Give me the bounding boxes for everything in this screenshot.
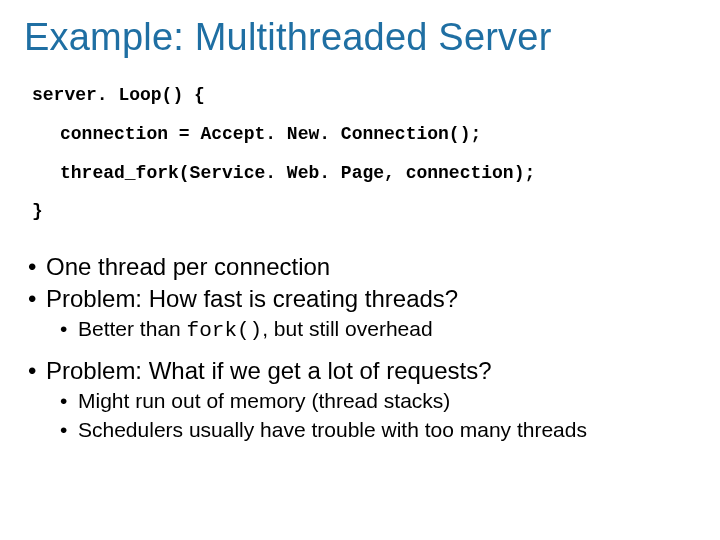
- text: , but still overhead: [262, 317, 432, 340]
- text: Better than: [78, 317, 187, 340]
- slide-title: Example: Multithreaded Server: [24, 16, 692, 59]
- code-line: connection = Accept. New. Connection();: [60, 120, 692, 149]
- bullet-subitem: Better than fork(), but still overhead: [60, 316, 692, 344]
- code-block: server. Loop() { connection = Accept. Ne…: [32, 81, 692, 226]
- bullet-subitem: Schedulers usually have trouble with too…: [60, 417, 692, 443]
- inline-code: fork(): [187, 319, 263, 342]
- bullet-item: Problem: What if we get a lot of request…: [28, 356, 692, 386]
- bullet-list: One thread per connection Problem: How f…: [28, 252, 692, 443]
- code-line: }: [32, 197, 692, 226]
- bullet-subitem: Might run out of memory (thread stacks): [60, 388, 692, 414]
- bullet-item: Problem: How fast is creating threads?: [28, 284, 692, 314]
- code-line: thread_fork(Service. Web. Page, connecti…: [60, 159, 692, 188]
- slide: Example: Multithreaded Server server. Lo…: [0, 0, 720, 540]
- code-line: server. Loop() {: [32, 81, 692, 110]
- bullet-item: One thread per connection: [28, 252, 692, 282]
